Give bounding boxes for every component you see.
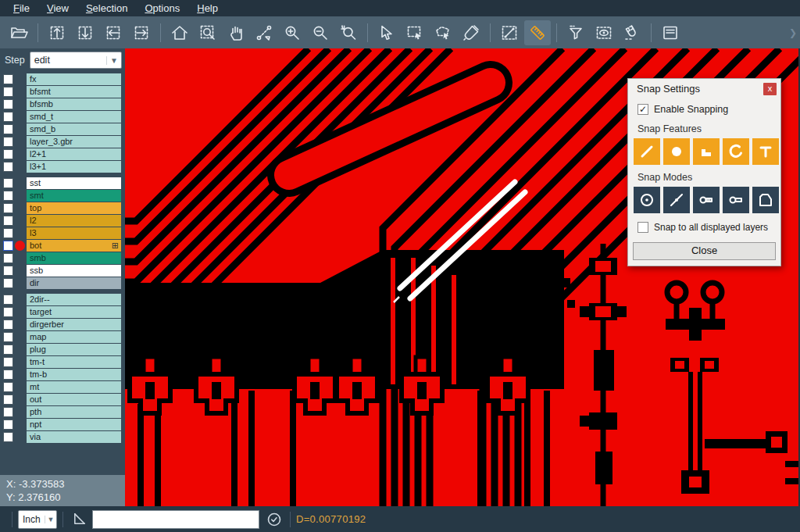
layer-visibility-checkbox[interactable] [3,241,13,251]
step-select[interactable]: edit ▼ [30,52,122,69]
snap-pad-entry-icon[interactable] [693,187,720,213]
select-arrow-icon[interactable] [373,20,400,45]
layer-name[interactable]: via [27,431,121,443]
layer-name[interactable]: ssb [27,265,121,277]
layer-row-l3[interactable]: l3 [0,227,125,239]
layer-visibility-checkbox[interactable] [3,420,13,430]
layer-row-layer_3.gbr[interactable]: layer_3.gbr [0,136,125,148]
layer-name[interactable]: l2+1 [27,148,121,160]
snap-all-layers-checkbox[interactable] [638,222,648,233]
menu-file[interactable]: File [5,0,38,16]
layer-name[interactable]: 2dir-- [27,294,121,305]
layer-visibility-checkbox[interactable] [3,307,13,317]
filter-icon[interactable] [562,20,589,45]
layer-visibility-checkbox[interactable] [3,345,13,355]
layer-visibility-checkbox[interactable] [3,295,13,305]
poly-select-icon[interactable] [430,20,456,45]
close-button[interactable]: Close [633,242,776,260]
layer-name[interactable]: smd_b [27,123,121,135]
enable-snapping-checkbox[interactable]: ✓ [638,104,648,115]
layer-name[interactable]: l2 [27,215,121,227]
transform-icon[interactable] [251,20,277,45]
ruler-icon[interactable] [524,20,551,45]
layer-visibility-checkbox[interactable] [3,395,13,405]
snap-center-icon[interactable] [634,187,660,213]
layer-name[interactable]: tm-t [27,356,121,368]
rect-select-icon[interactable] [402,20,428,45]
layer-name[interactable]: sst [27,177,121,189]
layer-name[interactable]: layer_3.gbr [27,136,121,148]
layer-visibility-checkbox[interactable] [3,253,13,263]
layer-name[interactable]: top [27,202,121,214]
layer-visibility-checkbox[interactable] [3,191,13,201]
layer-name[interactable]: smd_t [27,111,121,123]
move-up-icon[interactable] [44,20,70,45]
open-folder-icon[interactable] [5,20,32,45]
layers-panel-icon[interactable] [657,20,684,45]
layer-visibility-checkbox[interactable] [3,203,13,213]
pan-hand-icon[interactable] [223,20,249,45]
snap-magnet-icon[interactable] [619,20,645,45]
angle-icon[interactable] [69,512,89,527]
layer-name[interactable]: dirgerber [27,319,121,330]
apply-check-icon[interactable] [264,512,284,527]
layer-visibility-checkbox[interactable] [3,137,13,147]
layer-visibility-checkbox[interactable] [3,124,13,134]
layer-row-npt[interactable]: npt [0,419,125,430]
layer-name[interactable]: l3+1 [27,161,121,173]
zoom-previous-icon[interactable] [335,20,362,45]
move-left-icon[interactable] [100,20,127,45]
snap-slot-icon[interactable] [723,187,749,213]
home-icon[interactable] [166,20,193,45]
layer-visibility-checkbox[interactable] [3,320,13,330]
layer-row-bfsmb[interactable]: bfsmb [0,98,125,110]
move-right-icon[interactable] [128,20,155,45]
menu-selection[interactable]: Selection [77,0,136,16]
snap-surface-icon[interactable] [693,138,720,165]
layer-row-via[interactable]: via [0,431,125,443]
layer-name[interactable]: plug [27,344,121,355]
layer-name[interactable]: target [27,306,121,318]
layer-name[interactable]: smb [27,252,121,264]
snap-line-icon[interactable] [634,138,660,165]
layer-visibility-checkbox[interactable] [3,382,13,392]
snap-text-icon[interactable] [752,138,779,165]
layer-visibility-checkbox[interactable] [3,216,13,226]
layer-row-tm-b[interactable]: tm-b [0,369,125,380]
layer-name[interactable]: npt [27,419,121,430]
zoom-in-icon[interactable] [279,20,305,45]
layer-name[interactable]: pth [27,406,121,418]
layer-row-ssb[interactable]: ssb [0,265,125,277]
layer-name[interactable]: l3 [27,227,121,239]
layer-row-out[interactable]: out [0,394,125,405]
layer-visibility-checkbox[interactable] [3,432,13,442]
snap-arc-icon[interactable] [723,138,749,165]
layer-name[interactable]: smt [27,190,121,202]
layer-visibility-checkbox[interactable] [3,370,13,380]
layer-row-sst[interactable]: sst [0,177,125,189]
layer-name[interactable]: out [27,394,121,405]
layer-visibility-checkbox[interactable] [3,266,13,276]
layer-name[interactable]: bfsmt [27,86,121,98]
layer-name[interactable]: bfsmb [27,98,121,110]
layer-name[interactable]: fx [27,73,121,85]
move-down-icon[interactable] [72,20,98,45]
layer-visibility-checkbox[interactable] [3,162,13,172]
layer-row-smd_b[interactable]: smd_b [0,123,125,135]
layer-visibility-checkbox[interactable] [3,74,13,84]
zoom-area-icon[interactable] [195,20,221,45]
layer-visibility-checkbox[interactable] [3,178,13,188]
layer-name[interactable]: tm-b [27,369,121,380]
layer-row-dir[interactable]: dir [0,277,125,289]
menu-options[interactable]: Options [136,0,188,16]
layer-row-smt[interactable]: smt [0,190,125,202]
layer-row-plug[interactable]: plug [0,344,125,355]
layer-name[interactable]: mt [27,381,121,393]
toolbar-overflow-chevron[interactable]: ❯ [789,27,797,38]
layer-visibility-checkbox[interactable] [3,112,13,122]
layer-visibility-checkbox[interactable] [3,99,13,109]
snap-pad-icon[interactable] [663,138,690,165]
layer-row-l2+1[interactable]: l2+1 [0,148,125,160]
layer-visibility-checkbox[interactable] [3,357,13,367]
layer-row-bot[interactable]: bot⊞ [0,240,125,252]
